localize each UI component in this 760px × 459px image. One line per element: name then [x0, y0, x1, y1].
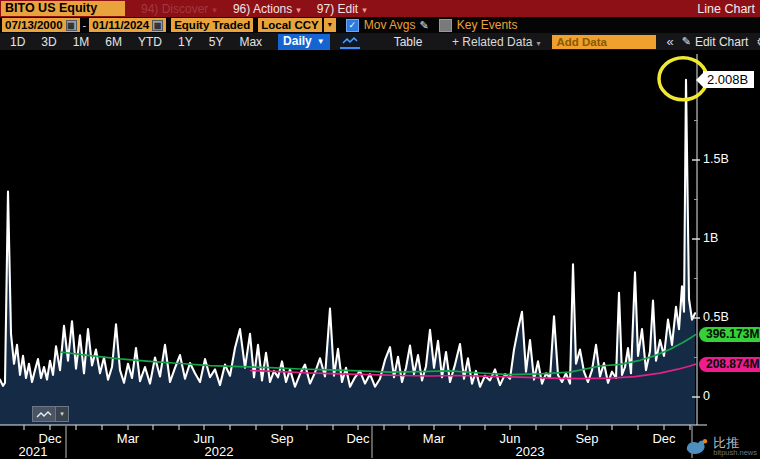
watermark-site: bitpush.news — [713, 449, 757, 457]
security-type-button[interactable]: Equity Traded — [171, 18, 253, 32]
menu-discover[interactable]: 94) Discover▾ — [141, 2, 217, 16]
range-button-3d[interactable]: 3D — [41, 35, 56, 49]
x-axis-month-label: Sep — [270, 431, 293, 446]
menu-edit[interactable]: 97) Edit▾ — [317, 2, 367, 16]
range-button-ytd[interactable]: YTD — [138, 35, 162, 49]
line-chart-glyph — [36, 410, 52, 419]
x-axis-year-label: 2022 — [205, 444, 234, 459]
y-axis-tick-label: 0.5B — [703, 310, 729, 324]
volume-line — [0, 80, 695, 387]
x-axis-month-label: Mar — [423, 431, 446, 446]
frequency-value: Daily — [283, 35, 312, 48]
chart-mode-label: Line Chart — [697, 2, 755, 16]
chevron-down-icon: ▾ — [536, 39, 540, 48]
range-button-1y[interactable]: 1Y — [178, 35, 193, 49]
mov-avgs-label: Mov Avgs — [364, 18, 416, 32]
date-to-value: 01/11/2024 — [92, 18, 149, 32]
bird-logo-icon — [685, 437, 709, 457]
key-events-label: Key Events — [457, 18, 518, 32]
frequency-dropdown[interactable]: Daily ▼ — [278, 34, 330, 50]
key-events-checkbox[interactable] — [439, 19, 452, 32]
bloomberg-terminal-window: BITO US Equity 94) Discover▾ 96) Actions… — [0, 0, 760, 459]
title-bar: BITO US Equity 94) Discover▾ 96) Actions… — [0, 0, 760, 17]
y-axis-tick-label: 1.5B — [703, 152, 729, 166]
gear-icon[interactable]: ⚙ — [756, 35, 760, 49]
chart-style-mini-button[interactable]: ▾ — [32, 406, 69, 422]
chevron-down-icon: ▼ — [317, 35, 325, 48]
pencil-icon[interactable]: ✎ — [420, 19, 429, 32]
mov-avgs-checkbox[interactable]: ✓ — [346, 19, 359, 32]
calendar-icon[interactable]: ▦ — [66, 20, 77, 31]
related-data-label: + Related Data — [452, 35, 532, 49]
y-axis-tick-label: 1B — [703, 231, 718, 245]
date-from-field[interactable]: 07/13/2000 ▦ — [2, 18, 80, 32]
date-from-value: 07/13/2000 — [5, 18, 63, 32]
range-button-1m[interactable]: 1M — [73, 35, 90, 49]
date-to-field[interactable]: 01/11/2024 ▦ — [89, 18, 166, 32]
line-chart-glyph — [342, 36, 358, 45]
related-data-button[interactable]: + Related Data▾ — [452, 35, 540, 49]
x-axis-month-label: Dec — [652, 431, 676, 446]
menu-actions[interactable]: 96) Actions▾ — [233, 2, 301, 16]
x-axis-year-label: 2023 — [516, 444, 545, 459]
date-range-dash: - — [83, 19, 87, 31]
ticker-field[interactable]: BITO US Equity — [1, 1, 125, 16]
ma2-last-value-badge: 208.874M — [699, 357, 760, 372]
collapse-panel-button[interactable]: « — [666, 34, 673, 49]
menu-edit-label: 97) Edit — [317, 2, 358, 16]
edit-chart-label: Edit Chart — [695, 35, 748, 49]
volume-chart-svg: DecMarJunSepDecMarJunSepDec202120222023 — [0, 50, 760, 459]
watermark-texts: 比推 bitpush.news — [713, 436, 757, 457]
range-button-1d[interactable]: 1D — [10, 35, 25, 49]
ma1-last-value-badge: 396.173M — [699, 327, 760, 342]
edit-chart-button[interactable]: ✎ Edit Chart — [682, 35, 749, 49]
settings-toolbar: 07/13/2000 ▦ - 01/11/2024 ▦ Equity Trade… — [0, 17, 760, 33]
chevron-down-icon: ▾ — [362, 5, 367, 15]
chevron-down-icon[interactable]: ▾ — [56, 406, 69, 422]
x-axis-month-label: Sep — [575, 431, 598, 446]
line-chart-mini-icon[interactable] — [32, 406, 56, 422]
range-button-6m[interactable]: 6M — [105, 35, 122, 49]
x-axis-month-label: Mar — [117, 431, 140, 446]
pencil-icon: ✎ — [682, 35, 691, 48]
menu-discover-label: 94) Discover — [141, 2, 208, 16]
chart-toolbar: 1D 3D 1M 6M YTD 1Y 5Y Max Daily ▼ Table … — [0, 33, 760, 50]
add-data-input[interactable] — [552, 35, 656, 49]
range-button-max[interactable]: Max — [239, 35, 262, 49]
x-axis-month-label: Dec — [346, 431, 370, 446]
chevron-down-icon: ▾ — [212, 5, 217, 15]
menu-actions-label: 96) Actions — [233, 2, 292, 16]
range-button-5y[interactable]: 5Y — [209, 35, 224, 49]
table-button[interactable]: Table — [394, 35, 423, 49]
currency-select[interactable]: Local CCY — [258, 18, 322, 32]
chart-type-icon[interactable] — [340, 34, 360, 49]
x-axis-year-label: 2021 — [19, 444, 48, 459]
y-axis-tick-label: 0 — [703, 389, 710, 403]
watermark: 比推 bitpush.news — [685, 436, 757, 457]
chart-area[interactable]: DecMarJunSepDecMarJunSepDec202120222023 … — [0, 50, 760, 459]
chevron-down-icon: ▾ — [296, 5, 301, 15]
peak-value-callout: 2.008B — [703, 71, 754, 88]
calendar-icon[interactable]: ▦ — [152, 20, 163, 31]
currency-dropdown-caret[interactable]: ▾ — [324, 18, 336, 32]
